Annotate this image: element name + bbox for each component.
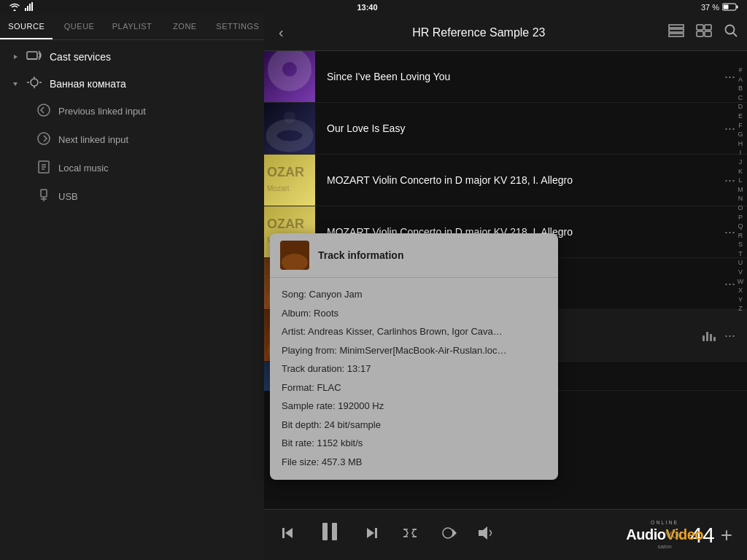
track-info-popup: Track information Song: Canyon Jam Album… bbox=[270, 233, 558, 480]
track-actions: ··· bbox=[703, 328, 747, 343]
alpha-h[interactable]: H bbox=[738, 139, 743, 149]
table-row[interactable]: Our Love Is Easy ··· bbox=[264, 103, 747, 155]
sidebar-item-cast[interactable]: Cast services bbox=[0, 43, 264, 70]
svg-point-17 bbox=[38, 133, 50, 144]
alpha-n[interactable]: N bbox=[738, 194, 743, 203]
audiovideo-logo: AudioVideo bbox=[626, 526, 703, 543]
alpha-q[interactable]: Q bbox=[738, 222, 743, 231]
cast-icon bbox=[26, 49, 42, 64]
alpha-b[interactable]: B bbox=[738, 84, 743, 93]
status-right: 37 % bbox=[701, 3, 738, 12]
sidebar-list: Cast services bbox=[0, 40, 264, 560]
popup-playing-from: Playing from: MinimServer[MacBook-Air-Ru… bbox=[282, 341, 546, 360]
wifi-icon bbox=[9, 2, 20, 12]
more-options-button[interactable]: ··· bbox=[724, 328, 735, 343]
sidebar-item-next-linked[interactable]: Next linked input bbox=[0, 125, 264, 154]
album-view-icon[interactable] bbox=[696, 24, 712, 41]
track-thumbnail bbox=[264, 51, 315, 102]
room-name-label: Ванная комната bbox=[50, 78, 126, 90]
alpha-f[interactable]: F bbox=[738, 121, 743, 131]
alpha-r[interactable]: R bbox=[738, 231, 743, 241]
next-button[interactable] bbox=[363, 524, 381, 546]
tab-zone[interactable]: ZONE bbox=[158, 15, 211, 39]
track-title: Our Love Is Easy bbox=[315, 122, 724, 134]
battery-icon bbox=[722, 3, 738, 12]
svg-marker-10 bbox=[13, 82, 18, 86]
sidebar-item-room[interactable]: Ванная комната bbox=[0, 70, 264, 97]
svg-rect-25 bbox=[669, 25, 684, 28]
alpha-t[interactable]: T bbox=[738, 249, 743, 259]
shuffle-button[interactable] bbox=[401, 524, 419, 546]
search-icon[interactable] bbox=[724, 23, 738, 42]
popup-title: Track information bbox=[318, 249, 403, 261]
tab-queue[interactable]: QUEUE bbox=[53, 15, 105, 39]
alpha-p[interactable]: P bbox=[738, 213, 743, 222]
svg-line-33 bbox=[733, 33, 737, 36]
svg-rect-26 bbox=[669, 29, 684, 32]
alpha-z[interactable]: Z bbox=[738, 304, 743, 314]
repeat-button[interactable] bbox=[439, 524, 457, 546]
tab-settings[interactable]: SETTINGS bbox=[212, 15, 264, 39]
next-linked-icon bbox=[36, 131, 51, 148]
alpha-o[interactable]: O bbox=[738, 203, 743, 213]
svg-point-16 bbox=[38, 104, 50, 116]
cast-services-label: Cast services bbox=[50, 51, 111, 63]
svg-rect-53 bbox=[282, 528, 285, 538]
svg-text:OZAR: OZAR bbox=[267, 217, 304, 231]
playing-bars-icon bbox=[703, 330, 716, 341]
video-text: Video bbox=[665, 526, 703, 542]
tab-source[interactable]: SOURCE bbox=[0, 15, 53, 39]
alpha-c[interactable]: C bbox=[738, 93, 743, 103]
alpha-s[interactable]: S bbox=[738, 240, 743, 249]
svg-marker-52 bbox=[285, 528, 293, 538]
svg-rect-30 bbox=[697, 31, 703, 36]
list-view-icon[interactable] bbox=[668, 24, 684, 41]
svg-rect-29 bbox=[705, 25, 711, 30]
alpha-index: # A B C D E F G H I J K L M N O P Q R S … bbox=[734, 66, 747, 314]
alpha-y[interactable]: Y bbox=[738, 295, 743, 305]
popup-bit-depth: Bit depth: 24 bit/sample bbox=[282, 416, 546, 435]
svg-rect-6 bbox=[724, 4, 729, 9]
prev-button[interactable] bbox=[279, 524, 296, 546]
alpha-x[interactable]: X bbox=[738, 286, 743, 295]
svg-point-11 bbox=[31, 79, 38, 86]
alpha-d[interactable]: D bbox=[738, 102, 743, 112]
alpha-l[interactable]: L bbox=[738, 176, 742, 185]
alpha-k[interactable]: K bbox=[738, 167, 743, 176]
alpha-w[interactable]: W bbox=[738, 277, 744, 287]
alpha-g[interactable]: G bbox=[738, 130, 743, 139]
volume-plus-button[interactable]: + bbox=[721, 524, 732, 547]
volume-icon[interactable] bbox=[477, 524, 495, 546]
popup-format: Format: FLAC bbox=[282, 378, 546, 397]
svg-marker-7 bbox=[14, 55, 18, 59]
alpha-hash[interactable]: # bbox=[738, 66, 742, 75]
bottom-player: ONLINE AudioVideo salon VOL 44 + bbox=[264, 509, 747, 560]
pause-button[interactable] bbox=[317, 518, 343, 551]
sidebar-item-usb[interactable]: USB bbox=[0, 182, 264, 211]
alpha-j[interactable]: J bbox=[739, 158, 743, 167]
back-button[interactable]: ‹ bbox=[273, 21, 290, 44]
table-row[interactable]: OZAR Mozart MOZART Violin Concerto in D … bbox=[264, 155, 747, 206]
table-row[interactable]: Since I've Been Loving You ··· bbox=[264, 51, 747, 103]
popup-sample-rate: Sample rate: 192000 Hz bbox=[282, 397, 546, 416]
svg-text:Mozart: Mozart bbox=[267, 184, 290, 192]
svg-rect-55 bbox=[332, 523, 337, 540]
alpha-a[interactable]: A bbox=[738, 75, 743, 85]
popup-song: Song: Canyon Jam bbox=[282, 285, 546, 304]
alpha-e[interactable]: E bbox=[738, 112, 743, 121]
track-thumbnail bbox=[264, 103, 315, 154]
svg-rect-54 bbox=[322, 523, 328, 540]
online-badge: ONLINE bbox=[651, 520, 678, 525]
player-controls bbox=[279, 518, 495, 551]
sidebar-item-local-music[interactable]: Local music bbox=[0, 154, 264, 182]
sidebar-item-prev-linked[interactable]: Previous linked input bbox=[0, 97, 264, 125]
alpha-v[interactable]: V bbox=[738, 268, 743, 277]
popup-avatar bbox=[280, 241, 309, 270]
popup-artist: Artist: Andreas Kisser, Carlinhos Brown,… bbox=[282, 322, 546, 341]
alpha-u[interactable]: U bbox=[738, 258, 743, 268]
alpha-i[interactable]: I bbox=[740, 148, 742, 158]
next-linked-label: Next linked input bbox=[58, 134, 128, 145]
alpha-m[interactable]: M bbox=[738, 185, 743, 195]
tab-playlist[interactable]: PLAYLIST bbox=[106, 15, 158, 39]
popup-body: Song: Canyon Jam Album: Roots Artist: An… bbox=[270, 278, 558, 471]
